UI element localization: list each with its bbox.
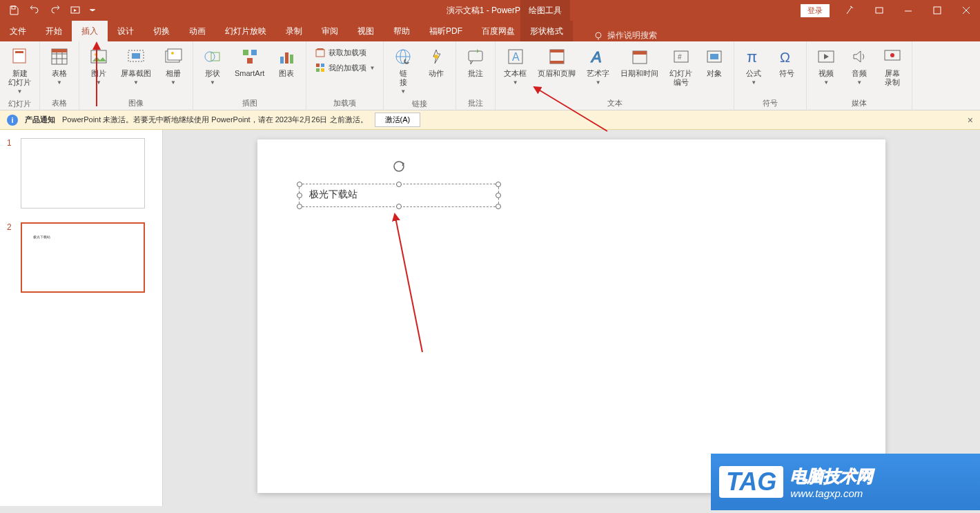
workspace: 1 2 极光下载站 极光下载站 <box>0 130 980 506</box>
tab-file[interactable]: 文件 <box>0 21 36 41</box>
tab-help[interactable]: 帮助 <box>384 21 420 41</box>
shapes-button[interactable]: 形状▼ <box>197 43 228 88</box>
action-button[interactable]: 动作 <box>421 43 451 81</box>
login-button[interactable]: 登录 <box>801 4 830 17</box>
datetime-icon <box>629 46 651 68</box>
close-notification-button[interactable]: × <box>968 115 973 126</box>
slide-thumb-1[interactable]: 1 <box>0 135 162 211</box>
resize-handle[interactable] <box>496 182 501 187</box>
save-button[interactable] <box>4 2 23 19</box>
tab-shape-format[interactable]: 形状格式 <box>520 21 573 41</box>
resize-handle[interactable] <box>396 182 402 187</box>
equation-icon: π <box>743 46 765 68</box>
activate-button[interactable]: 激活(A) <box>375 113 421 127</box>
qat-customize-button[interactable] <box>87 2 98 19</box>
shapes-icon <box>202 46 224 68</box>
textbox-text[interactable]: 极光下载站 <box>300 184 498 205</box>
coming-soon-button[interactable] <box>836 2 864 19</box>
svg-rect-33 <box>316 64 320 67</box>
comment-icon <box>464 46 487 68</box>
start-from-beginning-button[interactable] <box>66 2 86 19</box>
tab-animations[interactable]: 动画 <box>179 21 215 41</box>
header-footer-button[interactable]: 页眉和页脚 <box>533 43 580 81</box>
screen-recording-button[interactable]: 屏幕 录制 <box>877 43 908 90</box>
tab-insert[interactable]: 插入 <box>72 21 108 41</box>
wordart-button[interactable]: A艺术字▼ <box>582 43 614 88</box>
link-button[interactable]: 链 接▼ <box>388 43 418 97</box>
svg-rect-27 <box>251 50 257 55</box>
svg-rect-28 <box>247 58 253 64</box>
resize-handle[interactable] <box>396 204 402 209</box>
audio-button[interactable]: 音频▼ <box>844 43 874 88</box>
watermark-url: www.tagxp.com <box>790 487 873 499</box>
chevron-down-icon: ▼ <box>513 79 518 86</box>
svg-rect-36 <box>321 68 324 72</box>
tab-slideshow[interactable]: 幻灯片放映 <box>215 21 276 41</box>
minimize-button[interactable] <box>894 2 922 19</box>
tab-home[interactable]: 开始 <box>36 21 72 41</box>
svg-rect-29 <box>280 57 284 64</box>
group-illustrations-label: 插图 <box>197 97 302 110</box>
symbol-button[interactable]: Ω符号 <box>772 43 802 81</box>
datetime-button[interactable]: 日期和时间 <box>616 43 663 81</box>
resize-handle[interactable] <box>496 193 501 198</box>
resize-handle[interactable] <box>496 204 501 209</box>
notification-bar: i 产品通知 PowerPoint 未激活。若要无中断地继续使用 PowerPo… <box>0 110 980 130</box>
svg-rect-30 <box>285 52 288 64</box>
thumb-preview-2: 极光下载站 <box>21 222 145 293</box>
screenshot-button[interactable]: 屏幕截图▼ <box>117 43 155 88</box>
slide-canvas-area[interactable]: 极光下载站 <box>163 130 980 506</box>
resize-handle[interactable] <box>297 204 302 209</box>
svg-rect-16 <box>52 49 67 52</box>
svg-point-7 <box>596 32 601 38</box>
chevron-down-icon: ▼ <box>369 65 375 71</box>
chart-button[interactable]: 图表 <box>271 43 302 81</box>
svg-rect-25 <box>211 52 219 61</box>
object-button[interactable]: 对象 <box>699 43 729 81</box>
equation-button[interactable]: π公式▼ <box>738 43 769 88</box>
chevron-down-icon: ▼ <box>751 79 756 86</box>
slide-canvas[interactable]: 极光下载站 <box>257 139 885 493</box>
close-button[interactable] <box>952 2 980 19</box>
tab-view[interactable]: 视图 <box>348 21 384 41</box>
svg-point-40 <box>434 55 438 59</box>
resize-handle[interactable] <box>297 182 302 187</box>
svg-rect-53 <box>710 54 718 59</box>
redo-button[interactable] <box>46 2 65 19</box>
resize-handle[interactable] <box>297 193 302 198</box>
slide-thumbnails-panel[interactable]: 1 2 极光下载站 <box>0 130 163 506</box>
get-addins-button[interactable]: 获取加载项 <box>311 46 379 59</box>
thumb-2-text: 极光下载站 <box>33 235 50 239</box>
slide-number-icon: # <box>670 46 692 68</box>
undo-button[interactable] <box>25 2 44 19</box>
comment-button[interactable]: 批注 <box>460 43 491 81</box>
tab-foxit[interactable]: 福昕PDF <box>420 21 472 41</box>
my-addins-button[interactable]: 我的加载项▼ <box>311 61 379 75</box>
chevron-down-icon: ▼ <box>170 79 176 86</box>
chart-icon <box>275 46 297 68</box>
selected-textbox[interactable]: 极光下载站 <box>299 184 499 207</box>
slide-number-button[interactable]: #幻灯片 编号 <box>665 43 696 90</box>
video-button[interactable]: 视频▼ <box>811 43 841 88</box>
new-slide-button[interactable]: 新建 幻灯片 ▼ <box>4 43 35 97</box>
maximize-button[interactable] <box>923 2 951 19</box>
ribbon-display-button[interactable] <box>865 2 893 19</box>
svg-rect-0 <box>12 6 15 9</box>
svg-point-23 <box>171 52 174 55</box>
header-footer-icon <box>546 46 568 68</box>
photo-album-button[interactable]: 相册▼ <box>158 43 188 88</box>
rotate-handle[interactable] <box>392 159 406 173</box>
tab-baidu[interactable]: 百度网盘 <box>472 21 525 41</box>
pictures-button[interactable]: 图片▼ <box>84 43 114 88</box>
notice-text: PowerPoint 未激活。若要无中断地继续使用 PowerPoint，请在 … <box>62 115 368 125</box>
tab-record[interactable]: 录制 <box>276 21 312 41</box>
svg-text:Ω: Ω <box>780 50 790 65</box>
tab-design[interactable]: 设计 <box>108 21 144 41</box>
textbox-button[interactable]: A文本框▼ <box>500 43 531 88</box>
tell-me-search[interactable]: 操作说明搜索 <box>587 30 664 41</box>
tab-review[interactable]: 审阅 <box>312 21 348 41</box>
slide-thumb-2[interactable]: 2 极光下载站 <box>0 220 162 296</box>
smartart-button[interactable]: SmartArt <box>231 43 268 81</box>
table-button[interactable]: 表格 ▼ <box>44 43 75 88</box>
tab-transitions[interactable]: 切换 <box>144 21 179 41</box>
